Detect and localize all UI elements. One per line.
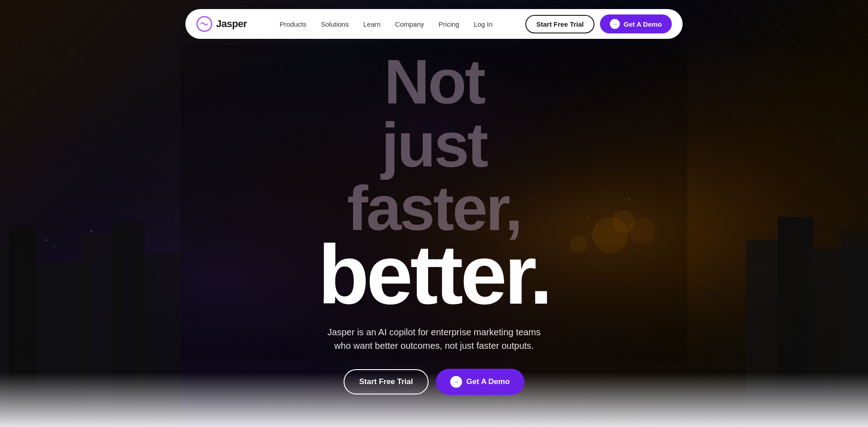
logo-link[interactable]: Jasper	[196, 16, 247, 32]
nav-link-company[interactable]: Company	[395, 20, 424, 28]
headline-just: just	[318, 113, 550, 177]
nav-actions: Start Free Trial → Get A Demo	[525, 14, 672, 33]
nav-get-demo-button[interactable]: → Get A Demo	[600, 14, 672, 33]
hero-headline: Not just faster, better.	[318, 50, 550, 315]
nav-link-login[interactable]: Log In	[474, 20, 493, 28]
headline-better: better.	[318, 235, 550, 315]
hero-content: Not just faster, better. Jasper is an AI…	[0, 0, 868, 427]
hero-get-demo-button[interactable]: → Get A Demo	[436, 369, 524, 395]
nav-start-trial-button[interactable]: Start Free Trial	[525, 15, 594, 33]
jasper-logo-icon	[196, 16, 212, 32]
hero-subtext: Jasper is an AI copilot for enterprise m…	[327, 325, 540, 352]
hero-buttons: Start Free Trial → Get A Demo	[344, 369, 524, 395]
nav-link-learn[interactable]: Learn	[363, 20, 380, 28]
headline-not: Not	[318, 50, 550, 113]
demo-arrow-icon: →	[610, 19, 620, 29]
nav-link-products[interactable]: Products	[280, 20, 307, 28]
navbar: Jasper Products Solutions Learn Company …	[185, 9, 683, 39]
logo-text: Jasper	[216, 18, 247, 30]
hero-demo-arrow-icon: →	[450, 376, 462, 388]
nav-link-solutions[interactable]: Solutions	[321, 20, 349, 28]
nav-links: Products Solutions Learn Company Pricing…	[280, 20, 493, 28]
hero-start-trial-button[interactable]: Start Free Trial	[344, 369, 428, 394]
nav-link-pricing[interactable]: Pricing	[439, 20, 459, 28]
